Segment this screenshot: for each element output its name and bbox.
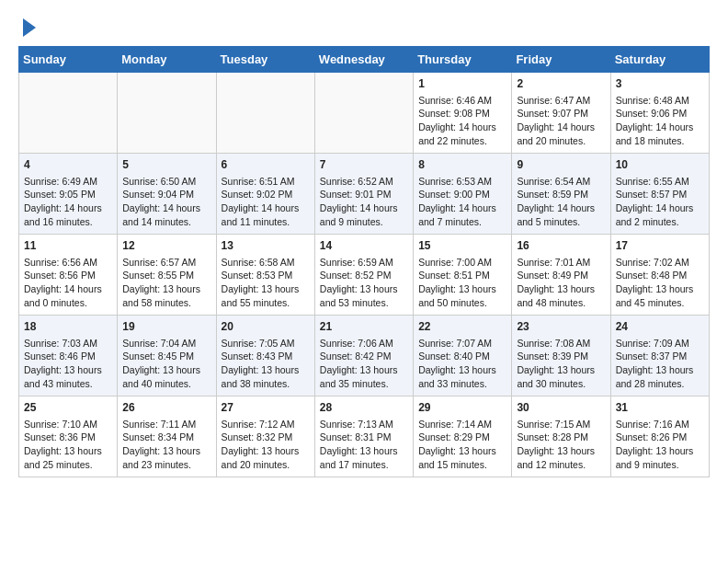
- day-info-line: and 20 minutes.: [517, 134, 605, 148]
- day-info-line: Daylight: 13 hours: [418, 363, 506, 377]
- day-info-line: and 25 minutes.: [24, 458, 112, 472]
- day-info-line: Daylight: 14 hours: [418, 201, 506, 215]
- day-number: 26: [122, 400, 210, 416]
- day-of-week-header: Wednesday: [314, 47, 413, 73]
- day-number: 21: [320, 319, 408, 335]
- day-number: 14: [320, 238, 408, 254]
- day-info-line: and 33 minutes.: [418, 377, 506, 391]
- day-info-line: and 53 minutes.: [320, 296, 408, 310]
- day-info-line: Daylight: 13 hours: [517, 444, 605, 458]
- day-of-week-header: Sunday: [19, 47, 118, 73]
- day-info-line: Sunset: 9:01 PM: [320, 188, 408, 201]
- day-number: 7: [320, 157, 408, 173]
- day-info-line: and 20 minutes.: [222, 458, 310, 472]
- day-info-line: Sunrise: 7:00 AM: [418, 256, 506, 270]
- calendar-cell: 29Sunrise: 7:14 AMSunset: 8:29 PMDayligh…: [414, 396, 512, 477]
- calendar-cell: 17Sunrise: 7:02 AMSunset: 8:48 PMDayligh…: [610, 235, 709, 316]
- calendar-cell: 14Sunrise: 6:59 AMSunset: 8:52 PMDayligh…: [314, 235, 413, 316]
- day-info-line: Sunrise: 7:12 AM: [222, 418, 310, 431]
- logo: [18, 18, 36, 37]
- calendar-cell: 1Sunrise: 6:46 AMSunset: 9:08 PMDaylight…: [414, 73, 512, 154]
- day-info-line: and 14 minutes.: [122, 215, 210, 229]
- day-info-line: Sunrise: 7:02 AM: [616, 256, 704, 270]
- day-info-line: and 22 minutes.: [418, 134, 506, 148]
- calendar-cell: 28Sunrise: 7:13 AMSunset: 8:31 PMDayligh…: [314, 396, 413, 477]
- day-info-line: and 9 minutes.: [320, 215, 408, 229]
- day-info-line: Sunset: 8:56 PM: [24, 269, 112, 282]
- day-info-line: and 12 minutes.: [517, 458, 605, 472]
- calendar-cell: 18Sunrise: 7:03 AMSunset: 8:46 PMDayligh…: [19, 316, 118, 396]
- day-info-line: Daylight: 13 hours: [616, 282, 704, 296]
- day-info-line: Sunset: 8:52 PM: [320, 269, 408, 282]
- day-info-line: Sunset: 8:28 PM: [517, 431, 605, 444]
- day-info-line: Daylight: 13 hours: [222, 282, 310, 296]
- day-info-line: and 43 minutes.: [24, 377, 112, 391]
- day-info-line: Sunrise: 7:09 AM: [616, 337, 704, 350]
- day-info-line: and 48 minutes.: [517, 296, 605, 310]
- day-info-line: Sunset: 9:07 PM: [517, 107, 605, 121]
- day-info-line: Sunrise: 6:49 AM: [24, 175, 112, 189]
- day-info-line: Sunset: 8:32 PM: [222, 431, 310, 444]
- calendar-cell: 31Sunrise: 7:16 AMSunset: 8:26 PMDayligh…: [610, 396, 709, 477]
- day-info-line: Sunrise: 7:04 AM: [122, 337, 210, 350]
- day-number: 22: [418, 319, 506, 335]
- day-of-week-header: Thursday: [414, 47, 512, 73]
- day-info-line: Sunset: 8:55 PM: [122, 269, 210, 282]
- day-info-line: Sunset: 8:59 PM: [517, 188, 605, 201]
- calendar-cell: 7Sunrise: 6:52 AMSunset: 9:01 PMDaylight…: [314, 154, 413, 235]
- calendar-cell: 24Sunrise: 7:09 AMSunset: 8:37 PMDayligh…: [610, 316, 709, 396]
- day-info-line: Sunrise: 6:55 AM: [616, 175, 704, 189]
- calendar-cell: 21Sunrise: 7:06 AMSunset: 8:42 PMDayligh…: [314, 316, 413, 396]
- day-info-line: Daylight: 13 hours: [616, 363, 704, 377]
- calendar-cell: 12Sunrise: 6:57 AMSunset: 8:55 PMDayligh…: [118, 235, 216, 316]
- calendar-cell: [216, 73, 314, 154]
- day-info-line: Daylight: 13 hours: [320, 282, 408, 296]
- day-info-line: and 15 minutes.: [418, 458, 506, 472]
- day-info-line: Sunset: 8:43 PM: [222, 350, 310, 363]
- day-info-line: Daylight: 13 hours: [122, 282, 210, 296]
- calendar-cell: [314, 73, 413, 154]
- day-number: 8: [418, 157, 506, 173]
- day-info-line: Daylight: 13 hours: [418, 444, 506, 458]
- day-info-line: Sunset: 8:40 PM: [418, 350, 506, 363]
- day-info-line: Daylight: 13 hours: [24, 444, 112, 458]
- day-info-line: Sunrise: 7:11 AM: [122, 418, 210, 431]
- day-info-line: Daylight: 14 hours: [517, 121, 605, 134]
- day-info-line: Sunset: 8:48 PM: [616, 269, 704, 282]
- day-number: 3: [616, 76, 704, 92]
- day-info-line: Sunrise: 7:16 AM: [616, 418, 704, 431]
- calendar-week-row: 25Sunrise: 7:10 AMSunset: 8:36 PMDayligh…: [19, 396, 710, 477]
- day-info-line: Sunset: 9:02 PM: [222, 188, 310, 201]
- day-number: 16: [517, 238, 605, 254]
- day-info-line: Daylight: 13 hours: [418, 282, 506, 296]
- day-of-week-header: Friday: [512, 47, 610, 73]
- day-number: 28: [320, 400, 408, 416]
- day-info-line: Daylight: 14 hours: [418, 121, 506, 134]
- day-number: 18: [24, 319, 112, 335]
- calendar-cell: 27Sunrise: 7:12 AMSunset: 8:32 PMDayligh…: [216, 396, 314, 477]
- day-info-line: Sunset: 8:46 PM: [24, 350, 112, 363]
- day-info-line: and 40 minutes.: [122, 377, 210, 391]
- day-info-line: Sunrise: 6:51 AM: [222, 175, 310, 189]
- day-info-line: Sunrise: 7:10 AM: [24, 418, 112, 431]
- day-info-line: and 7 minutes.: [418, 215, 506, 229]
- calendar-cell: 10Sunrise: 6:55 AMSunset: 8:57 PMDayligh…: [610, 154, 709, 235]
- day-number: 30: [517, 400, 605, 416]
- day-info-line: Sunrise: 6:56 AM: [24, 256, 112, 270]
- day-info-line: Sunset: 8:45 PM: [122, 350, 210, 363]
- day-info-line: and 45 minutes.: [616, 296, 704, 310]
- calendar-week-row: 1Sunrise: 6:46 AMSunset: 9:08 PMDaylight…: [19, 73, 710, 154]
- calendar-cell: 13Sunrise: 6:58 AMSunset: 8:53 PMDayligh…: [216, 235, 314, 316]
- calendar-cell: 22Sunrise: 7:07 AMSunset: 8:40 PMDayligh…: [414, 316, 512, 396]
- day-info-line: and 28 minutes.: [616, 377, 704, 391]
- day-info-line: and 50 minutes.: [418, 296, 506, 310]
- day-info-line: Daylight: 13 hours: [320, 444, 408, 458]
- day-info-line: and 16 minutes.: [24, 215, 112, 229]
- day-info-line: Sunrise: 6:54 AM: [517, 175, 605, 189]
- day-info-line: Daylight: 13 hours: [222, 444, 310, 458]
- day-number: 12: [122, 238, 210, 254]
- day-info-line: Daylight: 14 hours: [24, 282, 112, 296]
- day-number: 4: [24, 157, 112, 173]
- day-info-line: Sunset: 8:39 PM: [517, 350, 605, 363]
- day-info-line: Sunrise: 6:48 AM: [616, 94, 704, 108]
